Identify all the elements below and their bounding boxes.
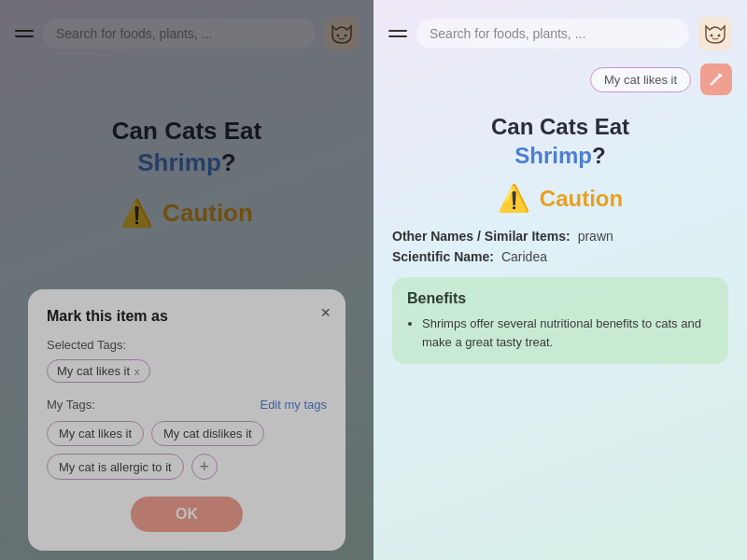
ok-button[interactable]: OK (131, 497, 243, 532)
tag-likes-text: My cat likes it (59, 427, 132, 441)
right-title-line1: Can Cats Eat (491, 114, 629, 139)
scientific-name-val: Caridea (501, 249, 547, 264)
tag-allergic-text: My cat is allergic to it (59, 460, 172, 474)
other-names-row: Other Names / Similar Items: prawn (392, 229, 728, 244)
right-title-suffix: ? (592, 143, 606, 168)
tags-row: My cat likes it My cat dislikes it (47, 421, 327, 446)
right-title-highlight: Shrimp (514, 143, 592, 168)
selected-tag-chip[interactable]: My cat likes it x (47, 359, 150, 383)
edit-icon (708, 71, 725, 88)
scientific-name-row: Scientific Name: Caridea (392, 249, 728, 264)
add-tag-button[interactable]: + (191, 454, 218, 480)
selected-tags-row: My cat likes it x (47, 359, 327, 383)
left-panel: Search for foods, plants, ... Can Cats E… (0, 0, 374, 560)
tag-chip-allergic[interactable]: My cat is allergic to it (47, 454, 184, 480)
info-table: Other Names / Similar Items: prawn Scien… (392, 229, 728, 264)
modal-footer: OK (47, 497, 327, 532)
right-caution-icon: ⚠️ (498, 183, 530, 214)
other-names-key: Other Names / Similar Items: (392, 229, 571, 244)
cat-logo-right (698, 17, 732, 50)
right-top-bar: Search for foods, plants, ... (374, 0, 747, 60)
scientific-name-key: Scientific Name: (392, 249, 494, 264)
right-panel: Search for foods, plants, ... My cat lik… (374, 0, 747, 560)
right-caution-row: ⚠️ Caution (392, 183, 728, 214)
right-content: Can Cats Eat Shrimp? ⚠️ Caution Other Na… (374, 103, 747, 560)
right-action-row: My cat likes it (374, 60, 747, 103)
modal-title: Mark this item as (47, 308, 327, 325)
tag-dislikes-text: My cat dislikes it (163, 427, 252, 441)
edit-icon-button[interactable] (700, 63, 732, 95)
edit-tags-link[interactable]: Edit my tags (260, 398, 327, 412)
tag-chip-dislikes[interactable]: My cat dislikes it (151, 421, 264, 446)
right-main-title: Can Cats Eat Shrimp? (392, 112, 728, 170)
modal-box: Mark this item as × Selected Tags: My ca… (28, 289, 345, 551)
selected-tags-label: Selected Tags: (47, 338, 327, 352)
svg-point-5 (718, 35, 721, 37)
hamburger-menu-right[interactable] (388, 30, 407, 37)
my-cat-likes-chip[interactable]: My cat likes it (590, 67, 691, 92)
benefits-item: Shrimps offer several nutritional benefi… (422, 315, 713, 351)
selected-tag-text: My cat likes it (57, 364, 130, 378)
my-tags-label: My Tags: (47, 398, 95, 412)
remove-tag-button[interactable]: x (134, 366, 140, 377)
benefits-card: Benefits Shrimps offer several nutrition… (392, 277, 728, 364)
svg-point-4 (711, 35, 713, 37)
tags-row-2: My cat is allergic to it + (47, 454, 327, 480)
my-tags-header: My Tags: Edit my tags (47, 398, 327, 412)
benefits-text: Shrimps offer several nutritional benefi… (407, 315, 713, 351)
right-caution-text: Caution (540, 186, 623, 212)
other-names-val: prawn (578, 229, 613, 244)
modal-overlay: Mark this item as × Selected Tags: My ca… (0, 0, 374, 560)
modal-close-button[interactable]: × (320, 304, 331, 321)
benefits-title: Benefits (407, 290, 713, 307)
search-bar-right[interactable]: Search for foods, plants, ... (416, 19, 689, 49)
tag-chip-likes[interactable]: My cat likes it (47, 421, 144, 446)
